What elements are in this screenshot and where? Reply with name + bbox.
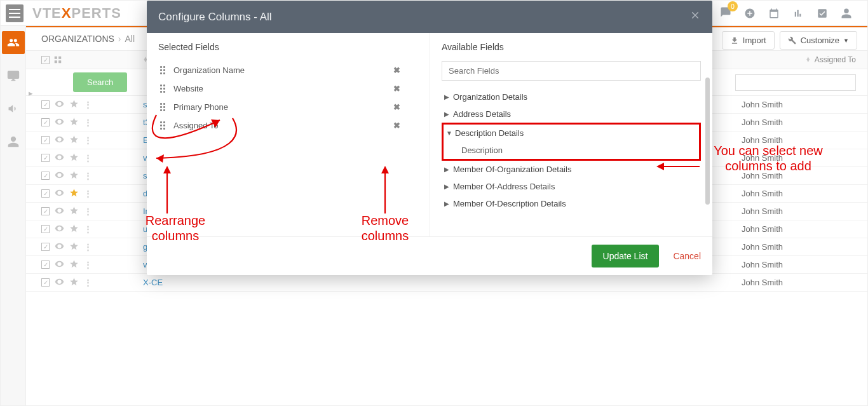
group-label: Organization Details — [453, 92, 527, 102]
selected-field-item[interactable]: Organization Name ✖ — [158, 61, 424, 79]
modal-footer: Update List Cancel — [147, 236, 712, 275]
available-field-group[interactable]: Member Of-Organization Details — [442, 161, 701, 178]
modal-body: Selected Fields Organization Name ✖ Webs… — [147, 33, 712, 236]
group-label: Description Details — [455, 128, 524, 138]
selected-field-item[interactable]: Website ✖ — [158, 79, 424, 98]
selected-field-label: Organization Name — [173, 65, 245, 75]
modal-header: Configure Columns - All — [147, 1, 712, 33]
available-fields-title: Available Fields — [442, 42, 701, 52]
caret-right-icon — [444, 183, 449, 190]
selected-field-item[interactable]: Assigned To ✖ — [158, 116, 424, 135]
configure-columns-modal: Configure Columns - All Selected Fields … — [147, 1, 712, 275]
drag-handle-icon[interactable] — [159, 65, 168, 75]
available-scrollbar[interactable] — [705, 78, 710, 205]
remove-field-icon[interactable]: ✖ — [393, 102, 400, 112]
modal-backdrop: Configure Columns - All Selected Fields … — [1, 1, 867, 405]
update-list-button[interactable]: Update List — [592, 245, 660, 267]
caret-down-icon — [446, 130, 451, 137]
group-label: Member Of-Description Details — [453, 199, 566, 208]
modal-title: Configure Columns - All — [158, 11, 272, 24]
search-fields-input[interactable] — [442, 61, 701, 81]
available-field-item[interactable]: Description — [444, 142, 699, 159]
selected-fields-title: Selected Fields — [158, 42, 424, 52]
selected-field-label: Assigned To — [173, 121, 219, 130]
caret-right-icon — [444, 93, 449, 100]
drag-handle-icon[interactable] — [159, 102, 168, 112]
cancel-button[interactable]: Cancel — [673, 251, 701, 261]
available-fields-panel: Available Fields Organization DetailsAdd… — [430, 33, 712, 236]
close-icon[interactable] — [689, 10, 701, 24]
remove-field-icon[interactable]: ✖ — [393, 84, 400, 93]
selected-field-label: Website — [173, 84, 203, 93]
available-field-group[interactable]: Organization Details — [442, 88, 701, 105]
available-field-group[interactable]: Description Details — [444, 125, 699, 142]
remove-field-icon[interactable]: ✖ — [393, 65, 400, 75]
caret-right-icon — [444, 111, 449, 118]
caret-right-icon — [444, 200, 449, 207]
available-field-group[interactable]: Member Of-Address Details — [442, 178, 701, 195]
group-label: Member Of-Organization Details — [453, 165, 571, 174]
drag-handle-icon[interactable] — [159, 84, 168, 93]
drag-handle-icon[interactable] — [159, 121, 168, 130]
selected-field-item[interactable]: Primary Phone ✖ — [158, 98, 424, 116]
caret-right-icon — [444, 166, 449, 173]
selected-fields-panel: Selected Fields Organization Name ✖ Webs… — [147, 33, 430, 236]
available-field-group[interactable]: Address Details — [442, 105, 701, 123]
selected-field-label: Primary Phone — [173, 102, 228, 112]
group-label: Address Details — [453, 109, 511, 119]
app-root: VTEXPERTS Menu ✖ 0 — [0, 0, 868, 406]
remove-field-icon[interactable]: ✖ — [393, 121, 400, 130]
group-label: Member Of-Address Details — [453, 182, 555, 191]
available-field-group[interactable]: Member Of-Description Details — [442, 195, 701, 212]
